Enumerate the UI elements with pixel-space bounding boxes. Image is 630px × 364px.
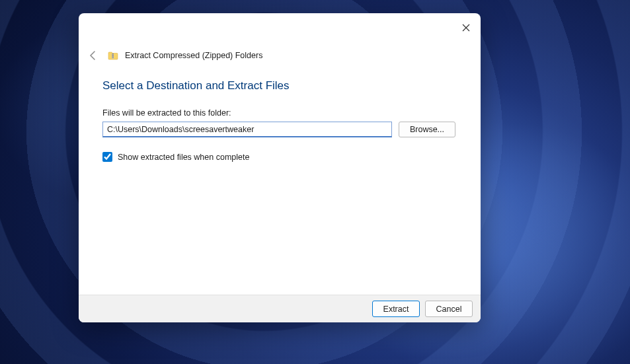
path-label: Files will be extracted to this folder: <box>102 108 457 118</box>
dialog-header: Extract Compressed (Zipped) Folders <box>85 48 262 63</box>
dialog-body: Select a Destination and Extract Files F… <box>102 79 457 283</box>
path-row: Browse... <box>102 122 457 137</box>
browse-button[interactable]: Browse... <box>399 122 455 137</box>
dialog-footer: Extract Cancel <box>79 295 481 322</box>
close-icon <box>462 24 470 32</box>
checkbox-label: Show extracted files when complete <box>118 153 249 162</box>
dialog-title: Extract Compressed (Zipped) Folders <box>125 51 262 60</box>
show-files-row: Show extracted files when complete <box>102 152 457 162</box>
show-extracted-checkbox[interactable] <box>102 152 112 162</box>
svg-rect-1 <box>112 54 114 54</box>
svg-rect-2 <box>112 55 114 55</box>
back-button[interactable] <box>85 48 101 63</box>
destination-path-input[interactable] <box>102 122 392 137</box>
page-heading: Select a Destination and Extract Files <box>102 79 457 92</box>
extract-dialog: Extract Compressed (Zipped) Folders Sele… <box>79 13 481 322</box>
svg-rect-3 <box>112 57 114 57</box>
extract-button[interactable]: Extract <box>372 301 420 317</box>
close-button[interactable] <box>457 18 475 37</box>
zipped-folder-icon <box>108 51 118 60</box>
arrow-left-icon <box>88 50 98 61</box>
cancel-button[interactable]: Cancel <box>425 301 473 317</box>
